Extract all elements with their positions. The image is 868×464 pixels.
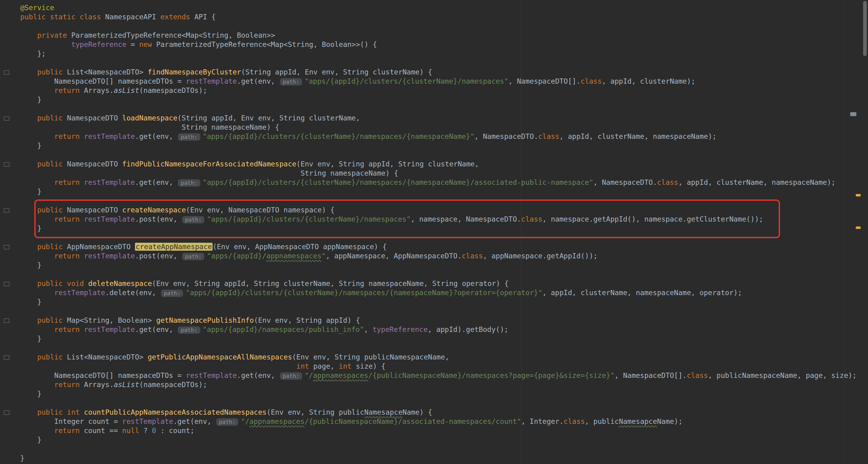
code-line[interactable]: return count == null ? 0 : count;: [20, 426, 868, 435]
code-token: findNamespaceByCluster: [148, 68, 241, 76]
code-line[interactable]: String namespaceName) {: [20, 123, 868, 132]
code-line[interactable]: [20, 398, 868, 408]
gutter-method-icon[interactable]: [4, 70, 9, 75]
code-token: return: [54, 380, 84, 389]
code-line[interactable]: public NamespaceDTO findPublicNamespaceF…: [20, 159, 868, 169]
code-line[interactable]: public NamespaceDTO createNamespace(Env …: [20, 205, 868, 214]
code-line[interactable]: public List<NamespaceDTO> findNamespaceB…: [20, 67, 868, 77]
code-line[interactable]: }: [20, 261, 868, 270]
code-line[interactable]: return restTemplate.get(env, path:"apps/…: [20, 325, 868, 334]
code-line[interactable]: int page, int size) {: [20, 362, 868, 371]
code-token: restTemplate: [84, 178, 135, 186]
code-line[interactable]: restTemplate.delete(env, path:"apps/{app…: [20, 288, 868, 297]
code-token: createAppNamespace: [135, 243, 213, 251]
gutter-method-icon[interactable]: [4, 162, 9, 167]
code-token: new: [139, 40, 156, 48]
code-token: [20, 40, 71, 48]
code-line[interactable]: return restTemplate.get(env, path:"apps/…: [20, 132, 868, 141]
code-token: .get(env,: [173, 418, 216, 425]
code-line[interactable]: public NamespaceDTO loadNamespace(String…: [20, 113, 868, 123]
code-line[interactable]: NamespaceDTO[] namespaceDTOs = restTempl…: [20, 77, 868, 86]
code-token: NamespaceAPI: [105, 13, 160, 21]
code-line[interactable]: [20, 233, 868, 242]
code-token: , NamespaceDTO.: [474, 132, 538, 140]
code-line[interactable]: [20, 150, 868, 159]
code-line[interactable]: public List<NamespaceDTO> getPublicAppNa…: [20, 353, 868, 362]
code-line[interactable]: }: [20, 95, 868, 104]
code-line[interactable]: }: [20, 454, 868, 463]
code-line[interactable]: public Map<String, Boolean> getNamespace…: [20, 316, 868, 325]
code-line[interactable]: }: [20, 187, 868, 196]
code-line[interactable]: return restTemplate.post(env, path:"apps…: [20, 251, 868, 261]
code-token: "apps/{appId}/clusters/{clusterName}/nam…: [203, 178, 593, 186]
code-token: public int: [37, 408, 84, 416]
code-line[interactable]: [20, 270, 868, 279]
code-area[interactable]: @Servicepublic static class NamespaceAPI…: [20, 3, 868, 464]
code-token: /{publicNamespaceName}/associated-namesp…: [305, 418, 521, 425]
code-line[interactable]: NamespaceDTO[] namespaceDTOs = restTempl…: [20, 371, 868, 380]
scrollbar-thumb[interactable]: [863, 1, 867, 56]
code-token: (Env env, String public: [267, 408, 364, 416]
code-line[interactable]: Integer count = restTemplate.get(env, pa…: [20, 417, 868, 426]
code-line[interactable]: }: [20, 297, 868, 306]
code-line[interactable]: [20, 444, 868, 454]
error-stripe-mark[interactable]: [856, 227, 861, 229]
code-token: findPublicNamespaceForAssociatedNamespac…: [122, 160, 296, 168]
code-line[interactable]: return restTemplate.post(env, path:"apps…: [20, 214, 868, 224]
code-token: (namespaceDTOs);: [139, 87, 207, 94]
gutter-method-icon[interactable]: [4, 116, 9, 121]
code-line[interactable]: public static class NamespaceAPI extends…: [20, 12, 868, 22]
code-token: [20, 252, 54, 260]
code-token: Name);: [657, 418, 682, 425]
gutter-method-icon[interactable]: [4, 355, 9, 360]
code-token: appnamespaces: [266, 252, 321, 260]
code-token: loadNamespace: [122, 114, 177, 122]
code-line[interactable]: typeReference = new ParameterizedTypeRef…: [20, 40, 868, 49]
code-token: "apps/{appId}/clusters/{clusterName}/nam…: [305, 77, 508, 85]
code-token: return: [54, 132, 84, 140]
error-stripe-mark[interactable]: [850, 112, 856, 116]
code-line[interactable]: String namespaceName) {: [20, 169, 868, 178]
code-line[interactable]: }: [20, 224, 868, 233]
code-token: "/: [241, 418, 249, 425]
code-token: typeReference: [71, 40, 126, 48]
code-line[interactable]: [20, 58, 868, 67]
code-token: return: [54, 87, 84, 94]
code-line[interactable]: public AppNamespaceDTO createAppNamespac…: [20, 242, 868, 251]
code-line[interactable]: }: [20, 141, 868, 150]
gutter-method-icon[interactable]: [4, 208, 9, 213]
code-token: , namespace.getAppId(), namespace.getClu…: [542, 215, 763, 223]
code-line[interactable]: return Arrays.asList(namespaceDTOs);: [20, 380, 868, 389]
code-token: restTemplate: [84, 252, 135, 260]
code-token: [20, 243, 37, 251]
code-token: [20, 380, 54, 389]
code-token: "/: [305, 371, 313, 379]
code-line[interactable]: };: [20, 49, 868, 58]
code-token: public: [37, 68, 67, 76]
code-line[interactable]: public void deleteNamespace(Env env, Str…: [20, 279, 868, 288]
code-line[interactable]: }: [20, 389, 868, 398]
code-line[interactable]: private ParameterizedTypeReference<Map<S…: [20, 31, 868, 40]
code-line[interactable]: [20, 306, 868, 316]
code-line[interactable]: @Service: [20, 3, 868, 12]
code-line[interactable]: [20, 196, 868, 205]
code-token: [20, 279, 37, 288]
code-line[interactable]: [20, 104, 868, 113]
gutter-method-icon[interactable]: [4, 281, 9, 286]
code-line[interactable]: [20, 343, 868, 353]
code-line[interactable]: [20, 22, 868, 31]
scrollbar-track[interactable]: [860, 0, 868, 464]
code-token: 0: [152, 427, 156, 435]
code-token: .get(env,: [135, 326, 177, 333]
error-stripe-mark[interactable]: [856, 194, 861, 196]
gutter-method-icon[interactable]: [4, 319, 9, 323]
code-line[interactable]: public int countPublicAppNamespaceAssoci…: [20, 408, 868, 417]
code-token: }: [20, 335, 41, 343]
code-line[interactable]: }: [20, 334, 868, 343]
code-token: }: [20, 436, 41, 444]
code-line[interactable]: return restTemplate.get(env, path:"apps/…: [20, 178, 868, 187]
code-line[interactable]: return Arrays.asList(namespaceDTOs);: [20, 86, 868, 95]
gutter-method-icon[interactable]: [4, 410, 9, 415]
code-line[interactable]: }: [20, 435, 868, 444]
gutter-method-icon[interactable]: [4, 245, 9, 250]
